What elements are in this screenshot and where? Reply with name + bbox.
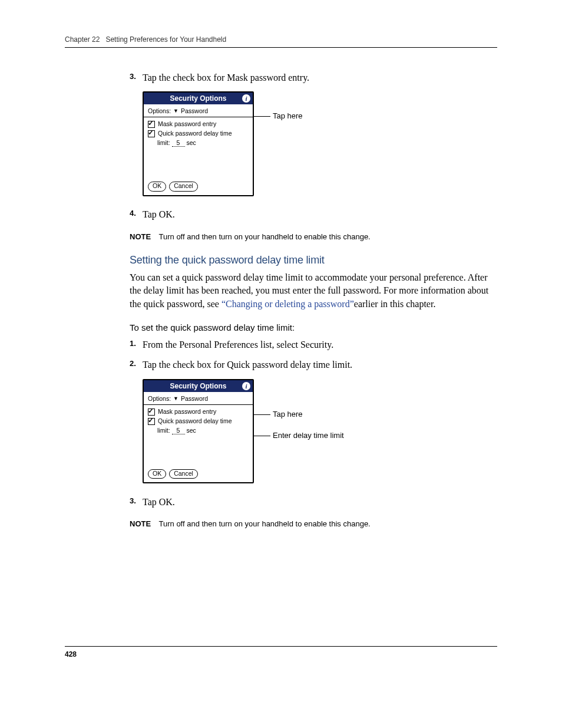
step-number: 3.: [130, 71, 143, 84]
limit-suffix: sec: [186, 139, 196, 146]
step-b2: 2. Tap the check box for Quick password …: [130, 358, 497, 371]
step-b1: 1. From the Personal Preferences list, s…: [130, 338, 497, 351]
section-paragraph: You can set a quick password delay time …: [130, 271, 497, 311]
page-footer: 428: [65, 646, 497, 658]
mask-password-row[interactable]: Mask password entry: [148, 408, 249, 416]
step-text: Tap OK.: [143, 496, 175, 509]
ok-button[interactable]: OK: [148, 469, 166, 479]
chapter-label: Chapter 22: [65, 35, 100, 44]
step-text: From the Personal Preferences list, sele…: [143, 338, 333, 351]
step-text: Tap the check box for Mask password entr…: [143, 71, 309, 84]
note-1: NOTE Turn off and then turn on your hand…: [130, 232, 497, 241]
note-text: Turn off and then turn on your handheld …: [159, 519, 371, 528]
note-label: NOTE: [130, 519, 151, 528]
step-text: Tap the check box for Quick password del…: [143, 358, 352, 371]
options-label: Options:: [148, 107, 171, 114]
quick-password-label: Quick password delay time: [158, 417, 232, 425]
quick-password-row[interactable]: Quick password delay time: [148, 417, 249, 425]
security-options-dialog: Security Options i Options: ▼ Password M…: [143, 91, 254, 196]
security-options-dialog-2: Security Options i Options: ▼ Password M…: [143, 379, 254, 484]
options-dropdown[interactable]: Options: ▼ Password: [148, 395, 249, 402]
quick-password-row[interactable]: Quick password delay time: [148, 130, 249, 137]
dialog-title: Security Options: [147, 94, 249, 103]
limit-prefix: limit:: [157, 139, 170, 146]
page-header: Chapter 22 Setting Preferences for Your …: [65, 35, 497, 48]
ok-button[interactable]: OK: [148, 182, 166, 192]
callout-tap-here: Tap here: [273, 410, 303, 419]
quick-password-label: Quick password delay time: [158, 130, 232, 137]
section-heading: Setting the quick password delay time li…: [130, 254, 497, 266]
step-number: 2.: [130, 358, 143, 371]
step-text: Tap OK.: [143, 208, 175, 221]
dialog-title: Security Options: [147, 382, 249, 390]
divider: [144, 117, 253, 117]
callout-enter-delay: Enter delay time limit: [273, 431, 344, 440]
limit-suffix: sec: [186, 427, 196, 434]
options-value: Password: [181, 107, 208, 114]
info-icon[interactable]: i: [242, 382, 250, 390]
dropdown-arrow-icon: ▼: [173, 396, 178, 401]
mask-password-label: Mask password entry: [158, 408, 216, 416]
limit-row: limit: 5 sec: [157, 427, 249, 434]
options-dropdown[interactable]: Options: ▼ Password: [148, 107, 249, 114]
divider: [144, 404, 253, 405]
figure-1: Security Options i Options: ▼ Password M…: [143, 91, 497, 197]
chapter-title: Setting Preferences for Your Handheld: [105, 35, 226, 44]
step-number: 1.: [130, 338, 143, 351]
options-label: Options:: [148, 395, 171, 402]
dropdown-arrow-icon: ▼: [173, 108, 178, 114]
quick-password-checkbox[interactable]: [148, 418, 155, 425]
mask-password-checkbox[interactable]: [148, 121, 155, 128]
note-2: NOTE Turn off and then turn on your hand…: [130, 519, 497, 528]
mask-password-row[interactable]: Mask password entry: [148, 120, 249, 128]
figure-2: Security Options i Options: ▼ Password M…: [143, 379, 497, 485]
dialog-titlebar: Security Options i: [144, 93, 253, 104]
dialog-titlebar: Security Options i: [144, 380, 253, 392]
step-number: 4.: [130, 208, 143, 221]
step-3: 3. Tap the check box for Mask password e…: [130, 71, 497, 84]
options-value: Password: [181, 395, 208, 402]
procedure-heading: To set the quick password delay time lim…: [130, 322, 497, 332]
para-suffix: earlier in this chapter.: [354, 299, 436, 309]
cancel-button[interactable]: Cancel: [169, 469, 198, 479]
note-label: NOTE: [130, 232, 151, 241]
quick-password-checkbox[interactable]: [148, 130, 155, 137]
cancel-button[interactable]: Cancel: [169, 182, 198, 192]
step-b3: 3. Tap OK.: [130, 496, 497, 509]
callout-tap-here: Tap here: [273, 111, 303, 120]
page-number: 428: [65, 650, 77, 658]
limit-value-field[interactable]: 5: [172, 139, 185, 147]
limit-row: limit: 5 sec: [157, 139, 249, 147]
limit-value-field[interactable]: 5: [172, 427, 185, 434]
note-text: Turn off and then turn on your handheld …: [159, 232, 371, 241]
step-4: 4. Tap OK.: [130, 208, 497, 221]
cross-reference-link[interactable]: “Changing or deleting a password”: [222, 299, 354, 309]
mask-password-checkbox[interactable]: [148, 409, 155, 416]
limit-prefix: limit:: [157, 427, 170, 434]
mask-password-label: Mask password entry: [158, 120, 216, 128]
step-number: 3.: [130, 496, 143, 509]
